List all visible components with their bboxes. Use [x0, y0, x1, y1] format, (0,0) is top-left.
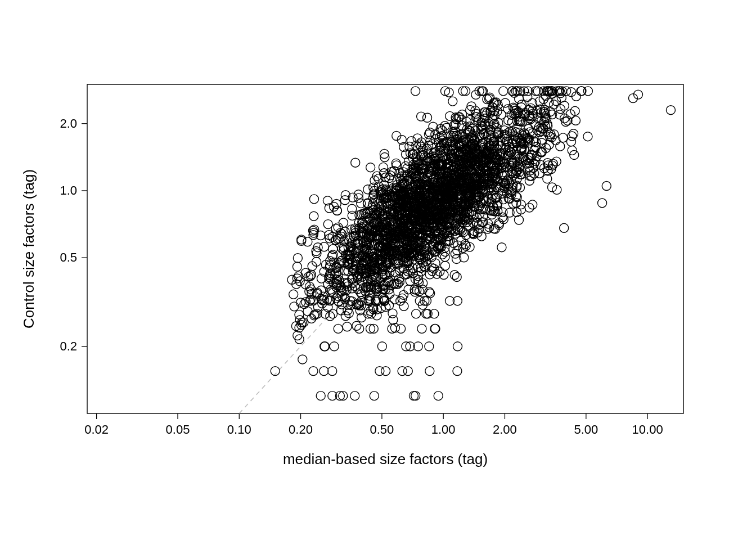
- data-point: [560, 223, 569, 232]
- data-point: [556, 105, 565, 114]
- data-point: [350, 392, 359, 400]
- data-point: [379, 163, 388, 172]
- data-point: [403, 367, 412, 376]
- data-point: [404, 285, 413, 294]
- data-point: [425, 367, 434, 376]
- data-point: [292, 262, 302, 271]
- data-point: [440, 253, 449, 262]
- data-point: [334, 324, 343, 333]
- data-point: [305, 287, 314, 296]
- data-point: [572, 116, 580, 125]
- data-point: [499, 87, 508, 96]
- data-point: [330, 342, 339, 351]
- data-point: [409, 392, 418, 400]
- data-point: [348, 211, 357, 220]
- data-point: [402, 270, 411, 279]
- data-point: [448, 97, 457, 106]
- data-point: [477, 232, 486, 241]
- data-point: [323, 220, 332, 229]
- data-point: [397, 324, 406, 333]
- data-point: [411, 392, 420, 400]
- data-point: [515, 215, 524, 224]
- data-point: [298, 355, 307, 364]
- data-point: [377, 342, 386, 351]
- data-point: [309, 212, 318, 220]
- data-point: [535, 169, 544, 178]
- x-tick-label: 5.00: [574, 422, 598, 436]
- data-point: [418, 285, 427, 294]
- y-axis-label: Control size factors (tag): [20, 169, 37, 328]
- data-point: [366, 163, 375, 172]
- data-point: [411, 87, 420, 96]
- x-tick-label: 0.20: [289, 422, 313, 436]
- data-point: [497, 243, 506, 252]
- data-point: [363, 185, 372, 194]
- x-tick-label: 0.05: [166, 422, 190, 436]
- data-point: [351, 158, 360, 167]
- data-point: [411, 274, 420, 284]
- data-point: [434, 392, 443, 400]
- data-point: [497, 110, 506, 119]
- data-point: [375, 367, 384, 376]
- data-point: [309, 367, 318, 376]
- data-point: [440, 261, 449, 270]
- data-point: [309, 195, 318, 204]
- data-point: [303, 307, 312, 316]
- data-point: [389, 315, 398, 324]
- data-point: [550, 100, 559, 109]
- data-point: [328, 245, 338, 254]
- data-point: [556, 142, 565, 151]
- data-point: [453, 367, 462, 376]
- data-point: [316, 392, 325, 400]
- data-point: [296, 298, 305, 307]
- x-tick-label: 0.02: [84, 422, 109, 436]
- data-point: [450, 271, 459, 280]
- data-point: [328, 367, 337, 376]
- x-tick-label: 10.00: [632, 422, 663, 436]
- data-point: [566, 137, 575, 146]
- x-tick-label: 2.00: [493, 422, 517, 436]
- data-point: [320, 367, 328, 376]
- scatter-plot: 0.020.050.100.200.501.002.005.0010.000.2…: [0, 0, 756, 540]
- data-point: [417, 324, 426, 333]
- data-point: [339, 218, 348, 227]
- points-group: [271, 87, 675, 400]
- data-point: [428, 140, 436, 148]
- y-tick-label: 0.2: [60, 339, 77, 353]
- data-point: [321, 342, 330, 351]
- data-point: [293, 254, 302, 263]
- x-axis-label: median-based size factors (tag): [283, 451, 488, 467]
- data-point: [392, 159, 400, 168]
- data-point: [398, 367, 407, 376]
- data-point: [461, 87, 470, 96]
- data-point: [326, 312, 335, 321]
- data-point: [425, 342, 434, 351]
- data-point: [423, 113, 432, 122]
- data-point: [598, 199, 607, 208]
- data-point: [412, 309, 421, 318]
- data-point: [320, 242, 328, 251]
- data-point: [452, 272, 461, 281]
- x-tick-label: 1.00: [431, 422, 456, 436]
- x-tick-label: 0.50: [370, 422, 394, 436]
- y-tick-label: 1.0: [60, 183, 77, 197]
- data-point: [357, 199, 366, 208]
- data-point: [666, 106, 675, 115]
- data-point: [402, 342, 411, 351]
- data-point: [417, 112, 426, 121]
- data-point: [352, 321, 361, 330]
- data-point: [292, 274, 302, 283]
- data-point: [289, 290, 298, 299]
- data-point: [431, 324, 440, 333]
- data-point: [303, 237, 312, 246]
- data-point: [453, 342, 462, 351]
- y-tick-label: 2.0: [60, 116, 77, 130]
- data-point: [388, 324, 397, 333]
- data-point: [602, 182, 611, 191]
- data-point: [370, 392, 379, 400]
- chart-container: 0.020.050.100.200.501.002.005.0010.000.2…: [0, 0, 756, 540]
- data-point: [439, 270, 448, 279]
- data-point: [583, 132, 592, 141]
- y-tick-label: 0.5: [60, 250, 77, 264]
- data-point: [458, 87, 467, 96]
